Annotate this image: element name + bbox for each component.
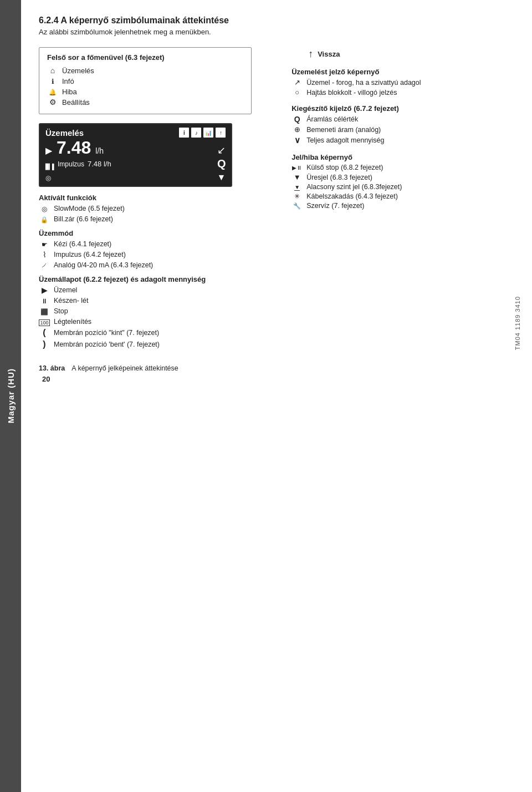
jelhiba-label-szerviz: Szervíz (7. fejezet) [306, 202, 364, 210]
allapot-legtelenites: Légtelenítés [39, 317, 275, 326]
gear-icon [47, 98, 58, 106]
jelhiba-label-kabel: Kábelszakadás (6.4.3 fejezet) [306, 192, 398, 200]
allapot-stop: Stop [39, 307, 275, 316]
display-bar-icon [45, 161, 54, 167]
display-play-icon [45, 145, 52, 156]
uzemallapot-box: Üzemállapot (6.2.2 fejezet) és adagolt m… [39, 275, 275, 349]
aktivalt-box: Aktívált funkciók SlowMode (6.5 fejezet)… [39, 194, 275, 224]
display-settings-icon [45, 173, 51, 182]
menu-item-uzemeles: Üzemelés [47, 66, 243, 75]
mode-label-impulzus: Impulzus (6.4.2 fejezet) [54, 251, 126, 258]
figure-label: A képernyő jelképeinek áttekintése [71, 364, 178, 372]
uzemallapot-title: Üzemállapot (6.2.2 fejezet) és adagolt m… [39, 275, 275, 283]
pulse-icon [39, 250, 50, 259]
stop-icon [39, 307, 50, 316]
menu-item-hiba: Hiba [47, 87, 243, 96]
blokk-icon [291, 88, 303, 97]
display-icon-pulse: ♪ [191, 128, 201, 138]
forog-icon [291, 78, 303, 87]
display-curve-icon: ↙ [217, 144, 226, 156]
menu-item-beallitas: Beállítás [47, 98, 243, 106]
kiegeszito-box: Kiegészítő kijelző (6.7.2 fejezet) Áraml… [291, 104, 514, 145]
kiegeszito-title: Kiegészítő kijelző (6.7.2 fejezet) [291, 104, 514, 113]
figure-num: 13. ábra [39, 364, 65, 372]
pause-icon [39, 296, 50, 305]
kiegeszito-analog: Bemeneti áram (analóg) [291, 125, 514, 134]
kiegeszito-label-Q: Áramlás célérték [306, 115, 358, 123]
page-title: 6.2.4 A képernyő szimbólumainak áttekint… [39, 16, 514, 26]
jelhiba-alacsony: Alacsony szint jel (6.8.3fejezet) [291, 183, 514, 191]
allapot-uzemel: Üzemel [39, 286, 275, 295]
membran-be-icon [39, 339, 50, 349]
percent-icon [39, 317, 50, 326]
display-unit: l/h [95, 146, 104, 155]
allapot-label-keszen: Készen- lét [54, 297, 89, 304]
menu-item-info: Infó [47, 77, 243, 85]
uzemmód-title: Üzemmód [39, 229, 275, 237]
uzemelest-label-blokk: Hajtás blokkolt - villogó jelzés [306, 89, 397, 97]
kulso-icon [291, 165, 303, 171]
hand-icon [39, 240, 50, 248]
jelhiba-label-alacsony: Alacsony szint jel (6.8.3fejezet) [306, 183, 402, 191]
jelhiba-kulso: Külső stop (6.8.2 fejezet) [291, 164, 514, 171]
display-icon-info: i [179, 128, 189, 138]
figure-caption: 13. ábra A képernyő jelképeinek áttekint… [39, 364, 514, 372]
side-tab: Magyar (HU) [0, 0, 21, 792]
funkcion-label-billzar: Bill.zár (6.6 fejezet) [54, 215, 113, 223]
page-subtitle: Az alábbi szimbólumok jelenhetnek meg a … [39, 28, 514, 36]
mode-analog: Analóg 0/4-20 mA (6.4.3 fejezet) [39, 261, 275, 270]
top-menu-title: Felső sor a főmenüvel (6.3 fejezet) [47, 53, 243, 62]
mode-impulzus: Impulzus (6.4.2 fejezet) [39, 250, 275, 259]
slowmode-icon [39, 204, 50, 213]
display-down-arrow: ▼ [217, 172, 226, 182]
kiegeszito-label-teljes: Teljes adagolt mennyiség [306, 136, 384, 144]
menu-label-uzemeles: Üzemelés [62, 67, 94, 75]
bell-icon [47, 87, 58, 96]
allapot-label-uzemel: Üzemel [54, 286, 77, 294]
jelhiba-title: Jel/hiba képernyő [291, 153, 514, 161]
allapot-label-membran-be: Membrán pozíció 'bent' (7. fejezet) [54, 341, 160, 348]
menu-label-hiba: Hiba [62, 88, 77, 96]
display-Q-icon: Q [217, 158, 226, 170]
jelhiba-box: Jel/hiba képernyő Külső stop (6.8.2 feje… [291, 153, 514, 210]
allapot-membran-be: Membrán pozíció 'bent' (7. fejezet) [39, 339, 275, 349]
funkcion-label-slowmode: SlowMode (6.5 fejezet) [54, 205, 125, 212]
funkcion-billzar: Bill.zár (6.6 fejezet) [39, 215, 275, 224]
kabel-icon [291, 192, 303, 200]
display-icon-chart: 📊 [203, 128, 213, 138]
lock-icon [39, 215, 50, 224]
kiegeszito-teljes: Teljes adagolt mennyiség [291, 135, 514, 145]
uzemelest-title: Üzemelést jelző képernyő [291, 68, 514, 76]
vissza-label: Vissza [318, 50, 340, 58]
ures-icon [291, 173, 303, 181]
uzemelest-blokk: Hajtás blokkolt - villogó jelzés [291, 88, 514, 97]
mode-kezi: Kézi (6.4.1 fejezet) [39, 240, 275, 248]
uzemelest-label-forog: Üzemel - forog, ha a szivattyú adagol [306, 79, 421, 87]
kiegeszito-label-analog: Bemeneti áram (analóg) [306, 126, 381, 134]
vissza-row: Vissza [308, 48, 514, 60]
kiegeszito-Q: Áramlás célérték [291, 115, 514, 124]
alacsony-icon [291, 184, 303, 190]
top-menu-box: Felső sor a főmenüvel (6.3 fejezet) Üzem… [39, 47, 252, 114]
display-icon-up: ↑ [216, 128, 226, 138]
jelhiba-label-kulso: Külső stop (6.8.2 fejezet) [306, 164, 383, 171]
jelhiba-ures: Üresjel (6.8.3 fejezet) [291, 173, 514, 181]
jelhiba-kabel: Kábelszakadás (6.4.3 fejezet) [291, 192, 514, 200]
jelhiba-szerviz: Szervíz (7. fejezet) [291, 202, 514, 210]
jelhiba-label-ures: Üresjel (6.8.3 fejezet) [306, 174, 372, 181]
membran-ki-icon [39, 328, 50, 338]
display-value: 7.48 [57, 139, 91, 156]
allapot-label-legtelenites: Légtelenítés [54, 318, 91, 326]
mode-label-analog: Analóg 0/4-20 mA (6.4.3 fejezet) [54, 261, 153, 269]
vissza-icon [308, 48, 313, 60]
analog-icon [39, 261, 50, 270]
funkcion-slowmode: SlowMode (6.5 fejezet) [39, 204, 275, 213]
mode-label-kezi: Kézi (6.4.1 fejezet) [54, 240, 111, 248]
aktivalt-title: Aktívált funkciók [39, 194, 275, 202]
uzemmód-box: Üzemmód Kézi (6.4.1 fejezet) Impulzus (6… [39, 229, 275, 270]
menu-label-info: Infó [62, 77, 74, 85]
page-number: 20 [42, 375, 50, 383]
info-icon [47, 77, 58, 85]
display-sub-value: 7.48 l/h [88, 160, 111, 168]
uzemelest-forog: Üzemel - forog, ha a szivattyú adagol [291, 78, 514, 87]
